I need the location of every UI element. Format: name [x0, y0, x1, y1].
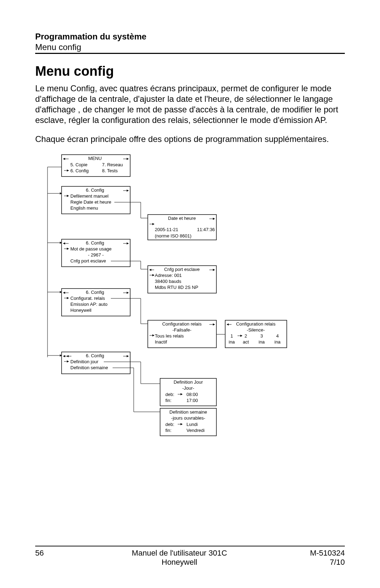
svg-text:Cnfg port esclave: Cnfg port esclave: [164, 267, 200, 272]
svg-text:Configuration relais: Configuration relais: [162, 321, 202, 327]
paragraph-1: Le menu Config, avec quatres écrans prin…: [35, 83, 345, 125]
svg-text:Cnfg port esclave: Cnfg port esclave: [70, 258, 106, 264]
svg-text:6. Config: 6. Config: [86, 353, 104, 358]
menu-title: MENU: [88, 156, 102, 161]
svg-text:4: 4: [276, 333, 279, 339]
svg-text:6. Config: 6. Config: [86, 290, 104, 295]
svg-text:Mot de passe usage: Mot de passe usage: [70, 246, 112, 252]
svg-text:English menu: English menu: [70, 205, 98, 211]
svg-text:Lundi: Lundi: [186, 422, 198, 427]
svg-text:-Jour-: -Jour-: [182, 385, 194, 391]
footer-page-number: 56: [35, 549, 63, 558]
paragraph-2: Chaque écran principale offre des option…: [35, 134, 345, 144]
page-title: Menu config: [35, 64, 345, 79]
menu-diagram: MENU 5. Copie 7. Reseau 6. Config 8. Tes…: [42, 153, 289, 442]
header-subsection: Menu config: [35, 42, 345, 52]
svg-text:7. Reseau: 7. Reseau: [102, 162, 123, 167]
svg-text:Configuration relais: Configuration relais: [236, 321, 276, 327]
page-footer: 56 Manuel de l'utilisateur 301C M-510324…: [35, 546, 345, 567]
svg-text:ina: ina: [274, 339, 281, 345]
header-section: Programmation du système: [35, 32, 345, 42]
diagram-svg: MENU 5. Copie 7. Reseau 6. Config 8. Tes…: [42, 153, 289, 442]
svg-text:6. Config: 6. Config: [86, 240, 104, 246]
svg-text:Emission AP: auto: Emission AP: auto: [70, 302, 108, 307]
svg-text:Definition semaine: Definition semaine: [70, 365, 108, 370]
footer-date: 7/10: [296, 558, 345, 567]
svg-text:Inactif: Inactif: [155, 339, 167, 345]
svg-text:38400 bauds: 38400 bauds: [155, 279, 182, 284]
svg-text:Configurat. relais: Configurat. relais: [70, 296, 105, 301]
svg-text:8. Tests: 8. Tests: [102, 168, 118, 173]
svg-text:2: 2: [245, 333, 247, 339]
svg-text:Vendredi: Vendredi: [186, 428, 204, 433]
page: Programmation du système Menu config Men…: [0, 0, 380, 588]
svg-text:deb:: deb:: [165, 392, 174, 397]
svg-text:08:00: 08:00: [186, 392, 198, 397]
svg-text:Mdbs RTU 8D 2S NP: Mdbs RTU 8D 2S NP: [155, 285, 198, 290]
svg-text:6. Config: 6. Config: [86, 187, 104, 193]
svg-text:Honeywell: Honeywell: [70, 308, 91, 313]
svg-text:-Failsafe-: -Failsafe-: [172, 327, 191, 333]
svg-text:6. Config: 6. Config: [70, 168, 89, 173]
footer-doc-number: M-510324: [296, 549, 345, 558]
svg-text:- 2967 -: - 2967 -: [88, 252, 104, 258]
svg-text:deb:: deb:: [165, 422, 174, 427]
svg-text:Regle Date et heure: Regle Date et heure: [70, 199, 111, 205]
svg-text:ina: ina: [229, 339, 235, 345]
svg-text:Definition jour: Definition jour: [70, 359, 99, 364]
svg-text:(norme ISO 8601): (norme ISO 8601): [155, 233, 191, 239]
svg-text:fin:: fin:: [165, 428, 171, 433]
svg-text:17:00: 17:00: [186, 398, 198, 403]
svg-text:Definition semaine: Definition semaine: [170, 409, 207, 415]
svg-text:Tous les relais: Tous les relais: [155, 333, 184, 339]
svg-text:Adresse: 001: Adresse: 001: [155, 273, 182, 278]
svg-text:act: act: [243, 339, 249, 345]
svg-text:11:47:36: 11:47:36: [197, 227, 215, 232]
svg-text:2005-11-21: 2005-11-21: [155, 227, 178, 232]
svg-text:fin:: fin:: [165, 398, 171, 403]
footer-manual-title: Manuel de l'utilisateur 301C: [63, 549, 296, 558]
svg-text:Defilement manuel: Defilement manuel: [70, 193, 108, 199]
svg-text:ina: ina: [259, 339, 265, 345]
svg-text:-jours ouvrables-: -jours ouvrables-: [171, 415, 205, 421]
svg-text:Date et heure: Date et heure: [168, 216, 196, 221]
page-header: Programmation du système Menu config: [35, 32, 345, 54]
svg-text:-Silence-: -Silence-: [247, 327, 265, 333]
footer-brand: Honeywell: [63, 558, 296, 567]
svg-text:1: 1: [230, 333, 233, 339]
svg-text:3: 3: [260, 333, 263, 339]
svg-text:5. Copie: 5. Copie: [70, 162, 87, 167]
svg-text:Definition Jour: Definition Jour: [173, 379, 203, 385]
